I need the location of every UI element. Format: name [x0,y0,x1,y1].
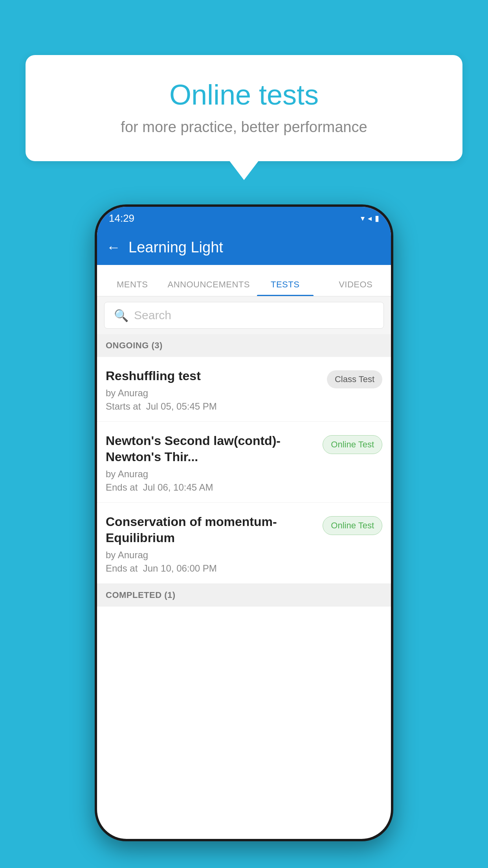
tabs-bar: MENTS ANNOUNCEMENTS TESTS VIDEOS [97,265,391,296]
speech-bubble-container: Online tests for more practice, better p… [26,55,462,161]
speech-bubble-title: Online tests [57,79,431,111]
tab-ments[interactable]: MENTS [97,280,168,296]
tab-videos[interactable]: VIDEOS [320,280,391,296]
section-header-completed: COMPLETED (1) [97,584,391,607]
app-bar: ← Learning Light [97,230,391,265]
app-bar-title: Learning Light [128,239,223,256]
test-title-reshuffling: Reshuffling test [106,368,321,384]
tab-tests[interactable]: TESTS [250,280,321,296]
test-info-newtons: Newton's Second law(contd)-Newton's Thir… [106,433,316,493]
test-author-newtons: by Anurag [106,469,316,480]
badge-class-test: Class Test [327,370,382,388]
test-author-reshuffling: by Anurag [106,388,321,399]
battery-icon: ▮ [375,213,379,223]
back-button[interactable]: ← [106,239,121,256]
phone-wrapper: 14:29 ▾ ◂ ▮ ← Learning Light MENTS ANNOU… [95,204,393,841]
test-info-conservation: Conservation of momentum-Equilibrium by … [106,514,316,574]
badge-online-test-1: Online Test [323,435,382,454]
status-time: 14:29 [109,212,134,224]
search-input[interactable]: Search [134,309,171,322]
test-time-newtons: Ends at Jul 06, 10:45 AM [106,482,316,493]
tab-announcements[interactable]: ANNOUNCEMENTS [168,280,250,296]
search-bar[interactable]: 🔍 Search [104,302,384,329]
test-time-conservation: Ends at Jun 10, 06:00 PM [106,563,316,574]
speech-bubble: Online tests for more practice, better p… [26,55,462,161]
badge-online-test-2: Online Test [323,516,382,535]
search-container: 🔍 Search [97,296,391,334]
status-icons: ▾ ◂ ▮ [361,213,379,223]
phone-screen: 14:29 ▾ ◂ ▮ ← Learning Light MENTS ANNOU… [97,207,391,839]
phone-frame: 14:29 ▾ ◂ ▮ ← Learning Light MENTS ANNOU… [95,204,393,841]
test-time-reshuffling: Starts at Jul 05, 05:45 PM [106,401,321,412]
test-item-conservation[interactable]: Conservation of momentum-Equilibrium by … [97,503,391,584]
wifi-icon: ▾ [361,213,365,223]
test-item-reshuffling[interactable]: Reshuffling test by Anurag Starts at Jul… [97,357,391,422]
signal-icon: ◂ [368,213,372,223]
test-author-conservation: by Anurag [106,550,316,561]
section-header-ongoing: ONGOING (3) [97,334,391,357]
test-item-newtons[interactable]: Newton's Second law(contd)-Newton's Thir… [97,422,391,503]
test-title-conservation: Conservation of momentum-Equilibrium [106,514,316,546]
test-info-reshuffling: Reshuffling test by Anurag Starts at Jul… [106,368,321,412]
search-icon: 🔍 [114,309,128,322]
speech-bubble-subtitle: for more practice, better performance [57,119,431,136]
status-bar: 14:29 ▾ ◂ ▮ [97,207,391,230]
test-title-newtons: Newton's Second law(contd)-Newton's Thir… [106,433,316,465]
